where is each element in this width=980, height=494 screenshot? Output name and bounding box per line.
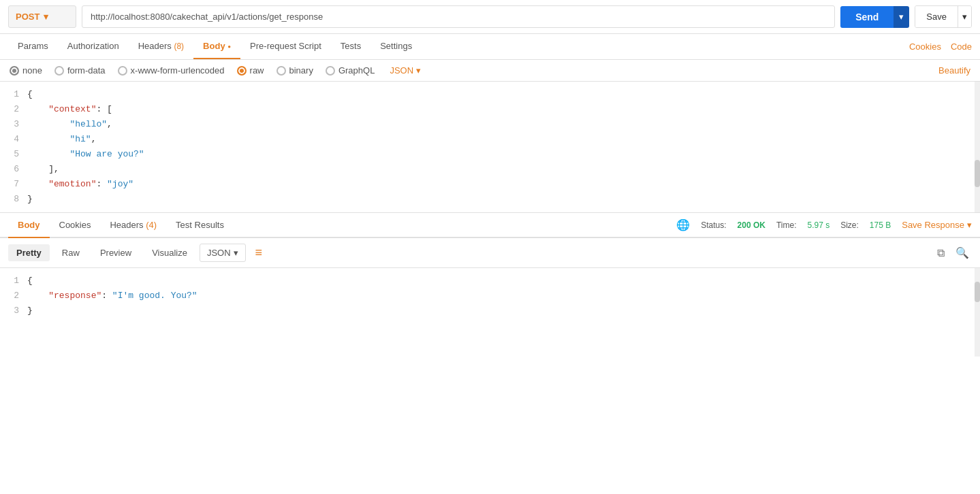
tab-params[interactable]: Params [8,34,58,59]
radio-raw-label: raw [250,65,264,76]
code-line-4: "hi", [27,132,980,147]
resp-icons-right: ⧉ 🔍 [934,245,972,261]
search-icon[interactable]: 🔍 [953,245,972,261]
resp-json-chevron-icon: ▾ [234,248,238,258]
radio-form-data-label: form-data [67,65,106,76]
resp-code-line-2: "response": "I'm good. You?" [27,289,980,303]
resp-pretty-button[interactable]: Pretty [8,244,50,261]
time-value: 5.97 s [807,220,829,230]
response-scrollbar-thumb[interactable] [975,282,980,302]
radio-graphql-label: GraphQL [338,65,375,76]
send-dropdown-button[interactable]: ▾ [894,6,909,28]
code-line-6: ], [27,162,980,177]
radio-urlencoded[interactable]: x-www-form-urlencoded [118,65,225,76]
resp-tab-cookies[interactable]: Cookies [50,213,101,238]
top-bar: POST ▾ Send ▾ Save ▾ [0,0,980,34]
radio-none[interactable]: none [10,65,42,76]
method-label: POST [16,12,39,22]
radio-raw[interactable]: raw [237,65,264,76]
request-scrollbar[interactable] [975,82,980,212]
response-code-editor: 123 { "response": "I'm good. You?" } [0,268,980,357]
copy-icon[interactable]: ⧉ [934,246,947,261]
response-status-row: 🌐 Status: 200 OK Time: 5.97 s Size: 175 … [676,218,972,231]
body-options-row: none form-data x-www-form-urlencoded raw… [0,60,980,82]
radio-urlencoded-label: x-www-form-urlencoded [131,65,225,76]
size-value: 175 B [870,220,891,230]
tab-tests[interactable]: Tests [331,34,370,59]
save-response-label: Save Response [902,220,964,230]
method-dropdown[interactable]: POST ▾ [8,5,76,28]
json-chevron-icon: ▾ [416,65,421,76]
status-value: 200 OK [738,220,765,230]
save-dropdown-button[interactable]: ▾ [958,6,971,27]
json-type-label: JSON [390,65,413,76]
radio-graphql[interactable]: GraphQL [326,65,375,76]
resp-code-line-1: { [27,274,980,289]
radio-binary-label: binary [289,65,313,76]
radio-raw-circle [237,66,247,76]
radio-binary[interactable]: binary [276,65,313,76]
save-response-chevron-icon: ▾ [967,220,972,230]
beautify-button[interactable]: Beautify [938,65,970,76]
status-label: Status: [701,220,726,230]
tab-pre-request[interactable]: Pre-request Script [240,34,331,59]
tab-body[interactable]: Body ● [193,34,240,59]
resp-visualize-button[interactable]: Visualize [144,244,195,261]
cookies-link[interactable]: Cookies [909,42,941,52]
tab-authorization[interactable]: Authorization [58,34,129,59]
save-button[interactable]: Save [915,6,958,27]
code-line-7: "emotion": "joy" [27,177,980,192]
globe-icon: 🌐 [676,218,690,231]
resp-json-label: JSON [207,248,231,258]
response-code-content[interactable]: { "response": "I'm good. You?" } [27,274,980,318]
time-label: Time: [776,220,797,230]
radio-graphql-circle [326,66,335,76]
radio-urlencoded-circle [118,66,127,76]
code-line-2: "context": [ [27,102,980,117]
resp-preview-button[interactable]: Preview [92,244,140,261]
resp-raw-button[interactable]: Raw [54,244,88,261]
json-type-dropdown[interactable]: JSON ▾ [390,65,421,76]
resp-tab-headers[interactable]: Headers (4) [100,213,166,238]
radio-form-data-circle [54,66,64,76]
resp-tab-body[interactable]: Body [8,213,50,238]
resp-tab-test-results[interactable]: Test Results [166,213,234,238]
url-input[interactable] [82,5,835,28]
save-button-group: Save ▾ [915,5,972,28]
tab-settings[interactable]: Settings [370,34,422,59]
code-line-8: } [27,192,980,207]
request-code-lines: 12345678 { "context": [ "hello", "hi", "… [0,82,980,212]
code-line-5: "How are you?" [27,147,980,162]
radio-form-data[interactable]: form-data [54,65,106,76]
request-scrollbar-thumb[interactable] [975,160,980,187]
size-label: Size: [840,220,859,230]
tab-right-links: Cookies Code [909,42,972,52]
tab-headers[interactable]: Headers (8) [129,34,193,59]
save-response-button[interactable]: Save Response ▾ [902,220,972,230]
radio-none-circle [10,66,19,76]
code-line-1: { [27,87,980,102]
response-format-row: Pretty Raw Preview Visualize JSON ▾ ≡ ⧉ … [0,238,980,268]
response-code-lines: 123 { "response": "I'm good. You?" } [0,268,980,324]
response-tabs-row: Body Cookies Headers (4) Test Results 🌐 … [0,213,980,238]
response-line-numbers: 123 [0,274,27,318]
radio-none-label: none [22,65,42,76]
send-button[interactable]: Send [840,6,894,28]
request-code-content[interactable]: { "context": [ "hello", "hi", "How are y… [27,87,980,207]
request-line-numbers: 12345678 [0,87,27,207]
resp-json-dropdown[interactable]: JSON ▾ [200,244,246,262]
response-scrollbar[interactable] [975,268,980,357]
send-button-group: Send ▾ [840,6,909,28]
request-tabs-row: Params Authorization Headers (8) Body ● … [0,34,980,60]
resp-code-line-3: } [27,303,980,318]
request-code-editor: 12345678 { "context": [ "hello", "hi", "… [0,82,980,213]
radio-binary-circle [276,66,286,76]
code-line-3: "hello", [27,117,980,132]
resp-wrap-button[interactable]: ≡ [250,244,268,261]
code-link[interactable]: Code [951,42,972,52]
method-chevron-icon: ▾ [44,12,48,22]
